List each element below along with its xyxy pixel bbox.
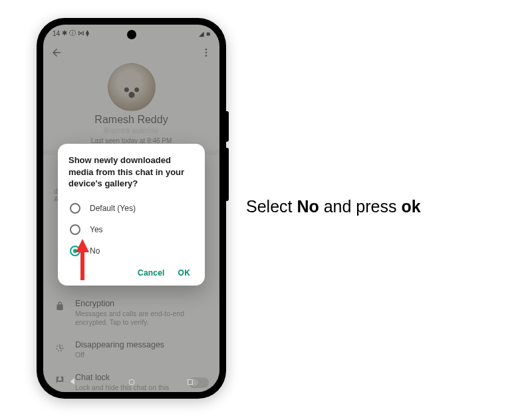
radio-option-yes[interactable]: Yes xyxy=(68,219,194,240)
disappearing-row[interactable]: Disappearing messages Off xyxy=(54,333,209,366)
media-visibility-dialog: Show newly downloaded media from this ch… xyxy=(58,144,205,286)
contact-name: Ramesh Reddy xyxy=(43,114,219,126)
instruction-text: Select No and press ok xyxy=(246,197,512,216)
radio-option-no[interactable]: No xyxy=(68,240,194,262)
svg-point-0 xyxy=(205,49,207,51)
nav-recent-icon[interactable] xyxy=(186,377,194,389)
cancel-button[interactable]: Cancel xyxy=(138,268,165,278)
instruction-bold: No xyxy=(297,197,319,216)
radio-option-default[interactable]: Default (Yes) xyxy=(68,198,194,219)
back-button[interactable] xyxy=(50,46,63,59)
lock-icon xyxy=(54,300,66,312)
phone-side-button xyxy=(226,148,229,201)
encryption-title: Encryption xyxy=(75,299,209,308)
instruction-part: and press xyxy=(319,197,402,216)
more-button[interactable] xyxy=(200,46,213,59)
timer-icon xyxy=(54,341,66,353)
battery-icon: ■ xyxy=(206,30,210,37)
radio-icon xyxy=(70,224,80,235)
radio-label: Default (Yes) xyxy=(90,204,136,213)
phone-side-button xyxy=(226,111,229,142)
radio-label: Yes xyxy=(90,225,103,234)
disappearing-desc: Off xyxy=(75,351,209,359)
encryption-row[interactable]: Encryption Messages and calls are end-to… xyxy=(54,292,209,333)
instruction-part: Select xyxy=(246,197,297,216)
svg-point-2 xyxy=(205,55,207,57)
encryption-desc: Messages and calls are end-to-end encryp… xyxy=(75,310,209,327)
phone-screen: 14 ✱ ⓘ ⋈ ⧫ ◢ ■ Ramesh Reddy xyxy=(43,25,219,392)
svg-point-1 xyxy=(205,52,207,54)
android-nav-bar xyxy=(43,373,219,392)
nav-home-icon[interactable] xyxy=(128,377,136,389)
front-camera-icon xyxy=(127,30,136,39)
back-icon xyxy=(51,47,63,59)
more-vert-icon xyxy=(201,47,211,58)
instruction-bold: ok xyxy=(401,197,420,216)
radio-icon xyxy=(70,203,80,214)
disappearing-title: Disappearing messages xyxy=(75,340,209,349)
status-time: 14 xyxy=(53,30,60,37)
svg-point-4 xyxy=(129,379,134,385)
dialog-title: Show newly downloaded media from this ch… xyxy=(68,154,194,190)
contact-subtitle: Blurred subtitle xyxy=(43,127,219,134)
ok-button[interactable]: OK xyxy=(178,268,190,278)
status-notif-icons: ✱ ⓘ ⋈ ⧫ xyxy=(62,29,89,38)
radio-icon xyxy=(70,246,80,256)
radio-label: No xyxy=(90,246,100,256)
signal-icon: ◢ xyxy=(199,30,204,37)
svg-rect-5 xyxy=(188,380,193,385)
phone-frame: 14 ✱ ⓘ ⋈ ⧫ ◢ ■ Ramesh Reddy xyxy=(37,18,226,399)
avatar[interactable] xyxy=(108,63,156,111)
nav-back-icon[interactable] xyxy=(68,377,78,389)
